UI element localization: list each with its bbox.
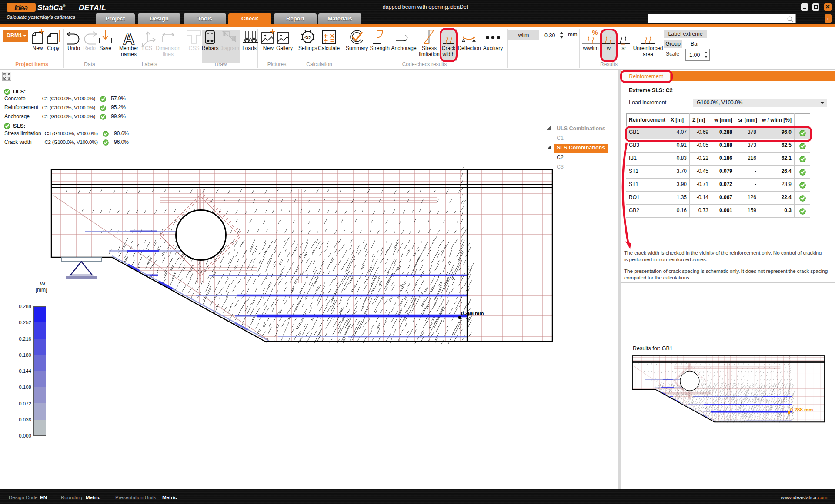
svg-text:</>: </> (304, 35, 311, 40)
svg-text:0.288 mm: 0.288 mm (790, 407, 813, 412)
svg-text:0.288 mm: 0.288 mm (461, 311, 484, 316)
svg-text:%: % (592, 29, 598, 36)
